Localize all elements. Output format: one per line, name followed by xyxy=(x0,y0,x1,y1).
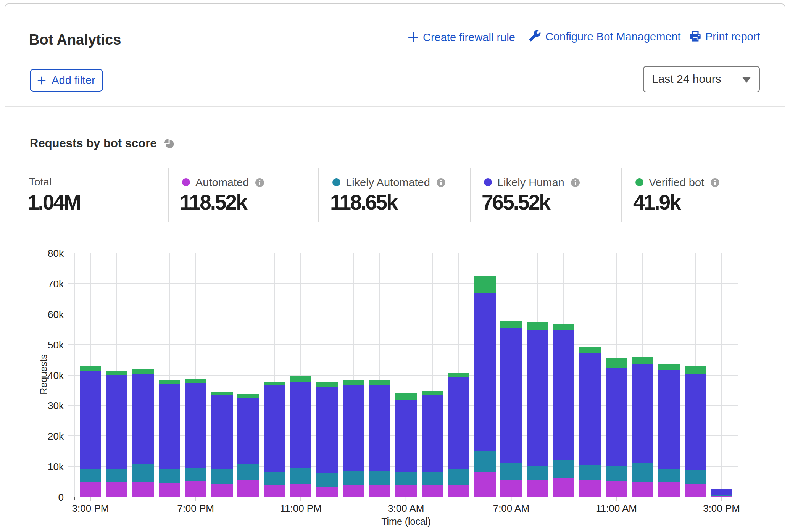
svg-text:30k: 30k xyxy=(48,400,64,411)
svg-text:50k: 50k xyxy=(48,339,64,351)
svg-text:3:00 PM: 3:00 PM xyxy=(703,503,740,514)
svg-text:7:00 AM: 7:00 AM xyxy=(493,503,529,514)
svg-text:3:00 AM: 3:00 AM xyxy=(388,503,424,514)
svg-text:70k: 70k xyxy=(48,278,64,290)
svg-text:0: 0 xyxy=(58,492,64,503)
svg-text:11:00 PM: 11:00 PM xyxy=(280,503,322,514)
svg-text:11:00 AM: 11:00 AM xyxy=(596,503,637,514)
svg-text:60k: 60k xyxy=(48,309,64,320)
svg-text:3:00 PM: 3:00 PM xyxy=(72,503,109,514)
svg-text:10k: 10k xyxy=(48,461,64,472)
svg-text:80k: 80k xyxy=(48,248,64,259)
svg-text:Requests: Requests xyxy=(38,354,49,395)
svg-text:Time (local): Time (local) xyxy=(381,516,431,527)
svg-text:7:00 PM: 7:00 PM xyxy=(177,503,214,514)
svg-text:20k: 20k xyxy=(48,430,64,442)
svg-text:40k: 40k xyxy=(48,370,64,381)
